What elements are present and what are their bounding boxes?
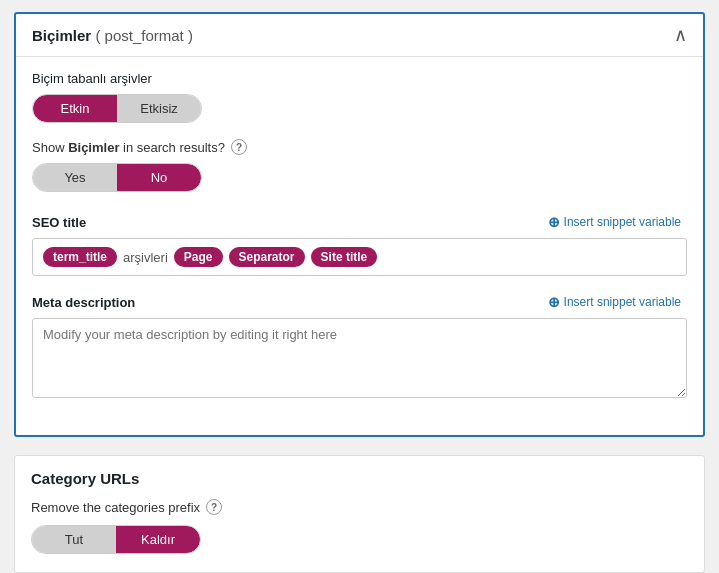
- meta-description-textarea[interactable]: [32, 318, 687, 398]
- archive-section-label: Biçim tabanlı arşivler: [32, 71, 687, 86]
- remove-prefix-row: Remove the categories prefix ?: [31, 499, 688, 515]
- meta-description-insert-snippet-button[interactable]: ⊕ Insert snippet variable: [542, 292, 687, 312]
- tut-button[interactable]: Tut: [32, 526, 116, 553]
- chevron-up-icon: ∧: [674, 26, 687, 44]
- token-page[interactable]: Page: [174, 247, 223, 267]
- token-separator[interactable]: Separator: [229, 247, 305, 267]
- panel-title: Biçimler ( post_format ): [32, 27, 193, 44]
- show-search-row: Show Biçimler in search results? ?: [32, 139, 687, 155]
- yes-no-toggle-group: Yes No: [32, 163, 202, 192]
- show-label-prefix: Show: [32, 140, 68, 155]
- meta-description-label: Meta description: [32, 295, 135, 310]
- meta-insert-snippet-label: Insert snippet variable: [564, 295, 681, 309]
- search-results-help-icon[interactable]: ?: [231, 139, 247, 155]
- bicimler-panel: Biçimler ( post_format ) ∧ Biçim tabanlı…: [14, 12, 705, 437]
- panel-subtitle: ( post_format ): [95, 27, 193, 44]
- panel-title-text: Biçimler: [32, 27, 91, 44]
- seo-title-section: SEO title ⊕ Insert snippet variable term…: [32, 212, 687, 276]
- show-label-suffix: in search results?: [119, 140, 225, 155]
- panel-body: Biçim tabanlı arşivler Etkin Etkisiz Sho…: [16, 56, 703, 435]
- token-arsivleri-text: arşivleri: [123, 250, 168, 265]
- tut-kaldir-toggle-group: Tut Kaldır: [31, 525, 201, 554]
- category-urls-title: Category URLs: [31, 470, 688, 487]
- meta-description-header: Meta description ⊕ Insert snippet variab…: [32, 292, 687, 312]
- panel-subtitle-text: ( post_format ): [95, 27, 193, 44]
- seo-title-insert-snippet-button[interactable]: ⊕ Insert snippet variable: [542, 212, 687, 232]
- seo-insert-snippet-label: Insert snippet variable: [564, 215, 681, 229]
- remove-prefix-label: Remove the categories prefix: [31, 500, 200, 515]
- show-search-label: Show Biçimler in search results?: [32, 140, 225, 155]
- seo-title-box[interactable]: term_title arşivleri Page Separator Site…: [32, 238, 687, 276]
- panel-header[interactable]: Biçimler ( post_format ) ∧: [16, 14, 703, 56]
- category-urls-panel: Category URLs Remove the categories pref…: [14, 455, 705, 573]
- plus-icon: ⊕: [548, 214, 560, 230]
- token-site-title[interactable]: Site title: [311, 247, 378, 267]
- token-term-title[interactable]: term_title: [43, 247, 117, 267]
- show-label-bold: Biçimler: [68, 140, 119, 155]
- archive-toggle-group: Etkin Etkisiz: [32, 94, 202, 123]
- yes-button[interactable]: Yes: [33, 164, 117, 191]
- main-container: Biçimler ( post_format ) ∧ Biçim tabanlı…: [0, 0, 719, 573]
- meta-plus-icon: ⊕: [548, 294, 560, 310]
- seo-title-label: SEO title: [32, 215, 86, 230]
- kaldir-button[interactable]: Kaldır: [116, 526, 200, 553]
- archive-active-button[interactable]: Etkin: [33, 95, 117, 122]
- no-button[interactable]: No: [117, 164, 201, 191]
- remove-prefix-help-icon[interactable]: ?: [206, 499, 222, 515]
- meta-description-section: Meta description ⊕ Insert snippet variab…: [32, 292, 687, 401]
- seo-title-header: SEO title ⊕ Insert snippet variable: [32, 212, 687, 232]
- archive-inactive-button[interactable]: Etkisiz: [117, 95, 201, 122]
